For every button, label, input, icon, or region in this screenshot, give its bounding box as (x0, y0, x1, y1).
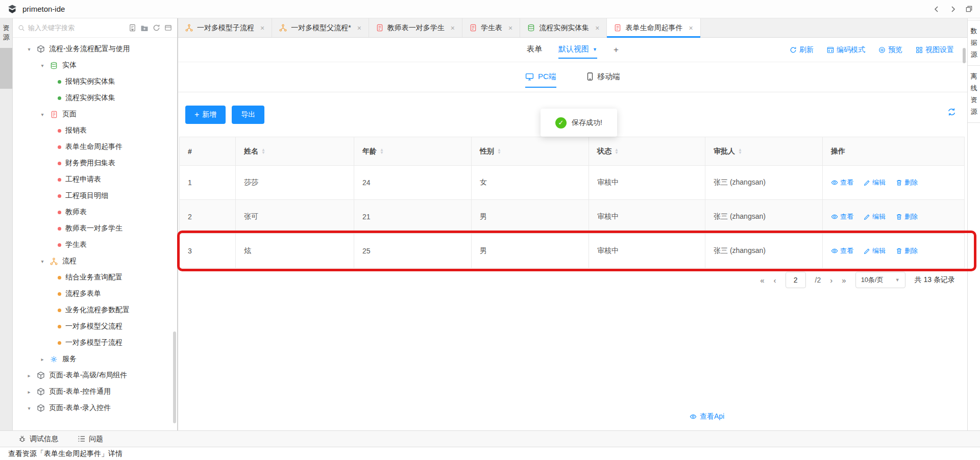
tree-item[interactable]: 一对多模型子流程 (13, 335, 177, 351)
grid-action-button[interactable]: 视图设置 (916, 45, 954, 55)
table-row-1[interactable]: 1莎莎24女审核中张三 (zhangsan)查看编辑删除 (180, 166, 965, 200)
editor-tab[interactable]: 流程实例实体集× (520, 18, 607, 37)
column-header[interactable]: 姓名▲▼ (236, 137, 354, 166)
locate-file-icon[interactable] (129, 24, 136, 32)
sort-icon[interactable]: ▲▼ (261, 148, 265, 155)
sidebar-scrollbar[interactable] (173, 331, 176, 423)
rail-tab-离线资源[interactable]: 离线资源 (968, 66, 980, 123)
page-size-select[interactable]: 10条/页 ▼ (855, 272, 905, 288)
caret-down-icon[interactable]: ▾ (39, 112, 45, 117)
tree-item[interactable]: ▸服务 (13, 351, 177, 367)
tree-item[interactable]: 流程实例实体集 (13, 90, 177, 106)
caret-down-icon[interactable]: ▾ (26, 46, 32, 52)
editor-tab[interactable]: 一对多模型父流程*× (272, 18, 369, 37)
add-view-button[interactable]: + (614, 45, 619, 55)
tree-item[interactable]: ▾流程-业务流程配置与使用 (13, 41, 177, 57)
trash-action-link[interactable]: 删除 (896, 212, 918, 221)
bottom-bar-debug[interactable]: 调试信息 (18, 435, 58, 444)
tree-item[interactable]: 财务费用归集表 (13, 155, 177, 171)
forward-icon[interactable] (949, 5, 957, 13)
sort-icon[interactable]: ▲▼ (380, 148, 384, 155)
tree-item[interactable]: 工程项目明细 (13, 188, 177, 204)
collapse-all-icon[interactable] (164, 24, 172, 32)
caret-down-icon[interactable]: ▾ (39, 63, 45, 68)
editor-tab[interactable]: 教师表一对多学生× (369, 18, 462, 37)
pen-action-link[interactable]: 编辑 (864, 178, 886, 187)
caret-right-icon[interactable]: ▸ (26, 373, 32, 378)
close-icon[interactable]: × (508, 24, 512, 32)
close-icon[interactable]: × (689, 24, 693, 32)
caret-right-icon[interactable]: ▸ (39, 356, 45, 362)
column-header[interactable]: 年龄▲▼ (354, 137, 472, 166)
refresh-table-button[interactable] (947, 108, 956, 116)
sort-icon[interactable]: ▲▼ (615, 148, 619, 155)
back-icon[interactable] (933, 5, 941, 13)
view-tab[interactable]: 默认视图▼ (558, 41, 597, 59)
tree-item[interactable]: 工程申请表 (13, 171, 177, 188)
trash-action-link[interactable]: 删除 (896, 178, 918, 187)
trash-action-link[interactable]: 删除 (896, 246, 918, 255)
add-record-button[interactable]: + 新增 (185, 106, 226, 124)
device-tab-mobile[interactable]: 移动端 (587, 66, 620, 88)
caret-down-icon[interactable]: ▾ (26, 405, 32, 411)
tree-item[interactable]: ▸页面-表单-控件通用 (13, 384, 177, 400)
tree-item[interactable]: 报销实例实体集 (13, 73, 177, 90)
bottom-bar-problems[interactable]: 问题 (78, 435, 103, 444)
tree-item[interactable]: ▾页面 (13, 106, 177, 122)
editor-tab[interactable]: 表单生命周起事件× (607, 18, 700, 37)
preview-action-button[interactable]: 预览 (878, 45, 902, 55)
sort-icon[interactable]: ▲▼ (497, 148, 501, 155)
restore-icon[interactable] (965, 5, 973, 13)
page-number-input[interactable]: 2 (786, 272, 806, 288)
editor-tab[interactable]: 学生表× (462, 18, 520, 37)
search-input[interactable] (28, 24, 126, 32)
tree-item[interactable]: 教师表一对多学生 (13, 220, 177, 237)
close-icon[interactable]: × (451, 24, 455, 32)
rail-tab-数据源[interactable]: 数据源 (968, 20, 980, 66)
column-header[interactable]: 性别▲▼ (472, 137, 589, 166)
eye-action-link[interactable]: 查看 (831, 246, 853, 255)
tree-item[interactable]: 表单生命周起事件 (13, 139, 177, 155)
tree-item[interactable]: 学生表 (13, 237, 177, 253)
column-header[interactable]: 审批人▲▼ (705, 137, 823, 166)
tree-item[interactable]: 报销表 (13, 122, 177, 139)
tree-item[interactable]: ▾页面-表单-录入控件 (13, 400, 177, 416)
caret-right-icon[interactable]: ▸ (26, 389, 32, 395)
close-icon[interactable]: × (357, 24, 361, 32)
tree-item[interactable]: 一对多模型父流程 (13, 318, 177, 335)
tree-item[interactable]: 结合业务查询配置 (13, 269, 177, 286)
tree-item[interactable]: ▾流程 (13, 253, 177, 269)
caret-down-icon[interactable]: ▾ (39, 259, 45, 264)
device-tab-monitor[interactable]: PC端 (525, 66, 556, 88)
view-tab[interactable]: 表单 (527, 41, 542, 59)
close-icon[interactable]: × (260, 24, 264, 32)
code-action-button[interactable]: 编码模式 (827, 45, 865, 55)
tree-item[interactable]: 教师表 (13, 204, 177, 220)
sort-icon[interactable]: ▲▼ (738, 148, 742, 155)
column-header[interactable]: 状态▲▼ (589, 137, 705, 166)
first-page-button[interactable]: « (760, 276, 764, 285)
view-api-link[interactable]: 查看Api (690, 412, 724, 421)
refresh-icon[interactable] (153, 24, 160, 32)
eye-action-link[interactable]: 查看 (831, 178, 853, 187)
close-icon[interactable]: × (595, 24, 599, 32)
pen-action-link[interactable]: 编辑 (864, 246, 886, 255)
refresh-action-button[interactable]: 刷新 (790, 45, 814, 55)
tree-item[interactable]: ▸页面-表单-高级/布局组件 (13, 367, 177, 384)
tree-item[interactable]: ▾实体 (13, 57, 177, 73)
table-row-3[interactable]: 3炫25男审核中张三 (zhangsan)查看编辑删除 (180, 234, 965, 268)
main-scrollbar[interactable] (963, 48, 966, 63)
eye-action-link[interactable]: 查看 (831, 212, 853, 221)
new-folder-icon[interactable] (140, 24, 149, 32)
last-page-button[interactable]: » (842, 276, 846, 285)
tree-item[interactable]: 流程多表单 (13, 286, 177, 302)
export-button[interactable]: 导出 (232, 106, 264, 124)
tree-item[interactable]: 业务化流程参数配置 (13, 302, 177, 318)
table-row-2[interactable]: 2张可21男审核中张三 (zhangsan)查看编辑删除 (180, 200, 965, 234)
pen-action-link[interactable]: 编辑 (864, 212, 886, 221)
rail-tab-resources[interactable]: 资源 (3, 23, 10, 42)
rail-handle[interactable] (0, 48, 12, 89)
next-page-button[interactable]: › (830, 276, 832, 285)
prev-page-button[interactable]: ‹ (774, 276, 776, 285)
editor-tab[interactable]: 一对多模型子流程× (178, 18, 272, 37)
